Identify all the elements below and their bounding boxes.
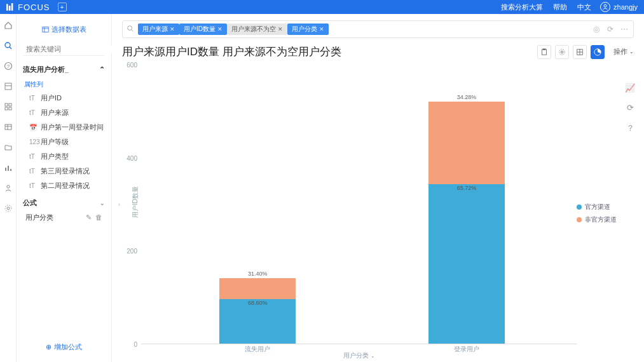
top-link-2[interactable]: 中文 <box>577 3 591 12</box>
nav-search-icon[interactable] <box>3 41 13 51</box>
more-icon[interactable]: ⋯ <box>619 24 629 34</box>
legend-item-0[interactable]: 官方渠道 <box>577 203 622 211</box>
chart: › 用户ID数量 0200400600 用户分类⌄ 31.40% 68.60% … <box>123 64 577 362</box>
y-tick: 400 <box>127 154 137 161</box>
legend-label: 官方渠道 <box>585 203 610 211</box>
table-view-button[interactable] <box>573 45 587 59</box>
clipboard-button[interactable] <box>537 45 551 59</box>
add-button[interactable]: + <box>58 3 67 11</box>
attr-item[interactable]: tT用户类型 <box>17 149 111 164</box>
svg-rect-14 <box>5 124 11 130</box>
bar-segment[interactable]: 65.72% <box>428 184 505 344</box>
legend-item-1[interactable]: 非官方渠道 <box>577 215 622 224</box>
edit-icon[interactable]: ✎ <box>86 213 92 222</box>
select-data-table-button[interactable]: 选择数据表 <box>23 22 105 37</box>
y-tick: 200 <box>127 248 137 255</box>
side-search[interactable] <box>23 45 105 56</box>
formula-section-header[interactable]: 公式 ⌄ <box>17 193 111 210</box>
type-icon: tT <box>29 109 37 116</box>
bar-segment[interactable]: 68.60% <box>219 299 296 344</box>
dataset-section-header[interactable]: 流失用户分析_ ⌃ <box>17 61 111 78</box>
side-search-input[interactable] <box>26 45 114 53</box>
query-chip[interactable]: 用户来源不为空✕ <box>227 23 287 35</box>
target-icon[interactable]: ◎ <box>591 24 601 34</box>
y-axis-label: 用户ID数量 <box>131 186 140 218</box>
svg-rect-13 <box>9 107 11 110</box>
svg-line-5 <box>10 47 11 49</box>
nav-chart-icon[interactable] <box>3 163 13 173</box>
x-axis-label[interactable]: 用户分类⌄ <box>343 351 375 360</box>
refresh-icon[interactable]: ⟳ <box>605 24 615 34</box>
bar-group[interactable]: 31.40% 68.60% 流失用户 <box>219 278 296 344</box>
attr-label: 第二周登录情况 <box>41 181 90 191</box>
refresh-icon[interactable]: ⟳ <box>627 103 634 112</box>
close-icon[interactable]: ✕ <box>319 26 324 32</box>
type-icon: tT <box>29 168 37 175</box>
help-icon[interactable]: ？ <box>626 123 634 134</box>
formula-item-label: 用户分类 <box>25 213 53 222</box>
bar-top-label: 34.28% <box>428 94 505 100</box>
chart-view-button[interactable] <box>591 45 605 59</box>
attr-item[interactable]: tT第三周登录情况 <box>17 164 111 178</box>
attr-label: 用户来源 <box>41 108 69 117</box>
y-tick: 600 <box>127 62 137 69</box>
svg-rect-10 <box>5 104 8 106</box>
add-formula-button[interactable]: ⊕ 增加公式 <box>23 339 105 356</box>
add-formula-label: 增加公式 <box>54 342 82 352</box>
type-icon: tT <box>29 182 37 189</box>
svg-point-20 <box>6 185 9 188</box>
side-panel: 选择数据表 流失用户分析_ ⌃ 属性列 tT用户IDtT用户来源📅用户第一周登录… <box>17 14 112 362</box>
nav-help-icon[interactable]: ? <box>3 61 13 71</box>
chevron-up-icon: ⌃ <box>99 65 105 74</box>
attr-item[interactable]: tT用户来源 <box>17 105 111 120</box>
close-icon[interactable]: ✕ <box>278 26 283 32</box>
chevron-down-icon: ⌄ <box>371 353 375 359</box>
formula-item[interactable]: 用户分类 ✎ 🗑 <box>17 210 111 225</box>
close-icon[interactable]: ✕ <box>170 26 175 32</box>
svg-rect-19 <box>10 169 11 171</box>
svg-point-32 <box>561 51 563 53</box>
x-tick: 流失用户 <box>219 345 296 354</box>
axis-toggle-icon[interactable]: › <box>118 201 120 208</box>
formula-section-label: 公式 <box>23 198 37 208</box>
bar-group[interactable]: 34.28% 65.72% 登录用户 <box>428 102 505 344</box>
nav-table-icon[interactable] <box>3 122 13 132</box>
nav-folder-icon[interactable] <box>3 142 13 152</box>
svg-point-28 <box>128 25 132 30</box>
search-icon <box>127 25 134 34</box>
bar-segment[interactable] <box>219 278 296 298</box>
close-icon[interactable]: ✕ <box>217 26 223 32</box>
app-name: FOCUS <box>18 3 50 12</box>
svg-point-21 <box>7 207 10 210</box>
nav-board-icon[interactable] <box>3 81 13 91</box>
username[interactable]: zhangjy <box>613 3 638 11</box>
attr-item[interactable]: 📅用户第一周登录时间 <box>17 120 111 135</box>
nav-grid-icon[interactable] <box>3 102 13 112</box>
svg-rect-17 <box>5 168 6 171</box>
page-title: 用户来源用户ID数量 用户来源不为空用户分类 <box>122 44 341 59</box>
query-bar[interactable]: 用户来源✕用户ID数量✕用户来源不为空✕用户分类✕ ◎ ⟳ ⋯ <box>122 20 634 38</box>
attr-item[interactable]: tT用户ID <box>17 91 111 105</box>
top-link-1[interactable]: 帮助 <box>553 3 567 12</box>
operate-label: 操作 <box>613 47 627 57</box>
nav-gear-icon[interactable] <box>3 203 13 213</box>
chevron-down-icon: ⌄ <box>100 200 105 206</box>
operate-button[interactable]: 操作 ⌄ <box>613 47 634 57</box>
edit-chart-icon[interactable]: 📈 <box>625 83 635 93</box>
x-tick: 登录用户 <box>428 345 505 354</box>
chevron-down-icon: ⌄ <box>629 49 634 55</box>
attr-label: 用户等级 <box>41 137 69 147</box>
query-chip[interactable]: 用户分类✕ <box>287 23 329 35</box>
settings-button[interactable] <box>555 45 569 59</box>
query-chip[interactable]: 用户ID数量✕ <box>179 23 227 35</box>
attr-item[interactable]: 123用户等级 <box>17 135 111 149</box>
attr-item[interactable]: tT第二周登录情况 <box>17 178 111 193</box>
top-link-0[interactable]: 搜索分析大算 <box>501 3 543 12</box>
query-chip[interactable]: 用户来源✕ <box>138 23 179 35</box>
delete-icon[interactable]: 🗑 <box>95 213 102 222</box>
avatar-icon[interactable] <box>600 2 610 12</box>
svg-point-4 <box>5 43 10 48</box>
nav-home-icon[interactable] <box>3 20 13 30</box>
nav-user-icon[interactable] <box>3 183 13 193</box>
bar-segment[interactable] <box>428 102 505 185</box>
